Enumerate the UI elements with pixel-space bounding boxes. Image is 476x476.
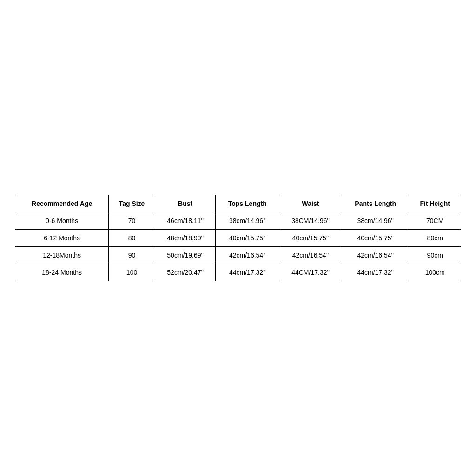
cell-fit_height-2: 90cm: [409, 247, 461, 264]
cell-pants_length-2: 42cm/16.54'': [342, 247, 409, 264]
col-header-waist: Waist: [279, 195, 342, 212]
cell-tag_size-3: 100: [109, 264, 155, 281]
cell-tops_length-2: 42cm/16.54'': [216, 247, 279, 264]
cell-bust-0: 46cm/18.11'': [155, 212, 216, 230]
cell-waist-1: 40cm/15.75'': [279, 230, 342, 247]
cell-tops_length-0: 38cm/14.96'': [216, 212, 279, 230]
cell-tops_length-3: 44cm/17.32'': [216, 264, 279, 281]
cell-fit_height-1: 80cm: [409, 230, 461, 247]
cell-tag_size-2: 90: [109, 247, 155, 264]
cell-pants_length-1: 40cm/15.75'': [342, 230, 409, 247]
table-header-row: Recommended Age Tag Size Bust Tops Lengt…: [15, 195, 461, 212]
cell-age-0: 0-6 Months: [15, 212, 109, 230]
cell-pants_length-0: 38cm/14.96'': [342, 212, 409, 230]
col-header-fit-height: Fit Height: [409, 195, 461, 212]
cell-waist-2: 42cm/16.54'': [279, 247, 342, 264]
table-row: 18-24 Months10052cm/20.47''44cm/17.32''4…: [15, 264, 461, 281]
cell-bust-1: 48cm/18.90'': [155, 230, 216, 247]
table-row: 0-6 Months7046cm/18.11''38cm/14.96''38CM…: [15, 212, 461, 230]
table-row: 12-18Months9050cm/19.69''42cm/16.54''42c…: [15, 247, 461, 264]
cell-pants_length-3: 44cm/17.32'': [342, 264, 409, 281]
size-chart-container: Recommended Age Tag Size Bust Tops Lengt…: [15, 195, 461, 281]
table-row: 6-12 Months8048cm/18.90''40cm/15.75''40c…: [15, 230, 461, 247]
cell-bust-2: 50cm/19.69'': [155, 247, 216, 264]
size-chart-table: Recommended Age Tag Size Bust Tops Lengt…: [15, 195, 461, 281]
cell-tag_size-1: 80: [109, 230, 155, 247]
cell-age-2: 12-18Months: [15, 247, 109, 264]
col-header-pants-length: Pants Length: [342, 195, 409, 212]
cell-waist-0: 38CM/14.96'': [279, 212, 342, 230]
cell-tag_size-0: 70: [109, 212, 155, 230]
col-header-bust: Bust: [155, 195, 216, 212]
cell-fit_height-3: 100cm: [409, 264, 461, 281]
cell-tops_length-1: 40cm/15.75'': [216, 230, 279, 247]
col-header-age: Recommended Age: [15, 195, 109, 212]
cell-fit_height-0: 70CM: [409, 212, 461, 230]
cell-age-1: 6-12 Months: [15, 230, 109, 247]
col-header-tops-length: Tops Length: [216, 195, 279, 212]
cell-bust-3: 52cm/20.47'': [155, 264, 216, 281]
cell-waist-3: 44CM/17.32'': [279, 264, 342, 281]
col-header-tag-size: Tag Size: [109, 195, 155, 212]
cell-age-3: 18-24 Months: [15, 264, 109, 281]
